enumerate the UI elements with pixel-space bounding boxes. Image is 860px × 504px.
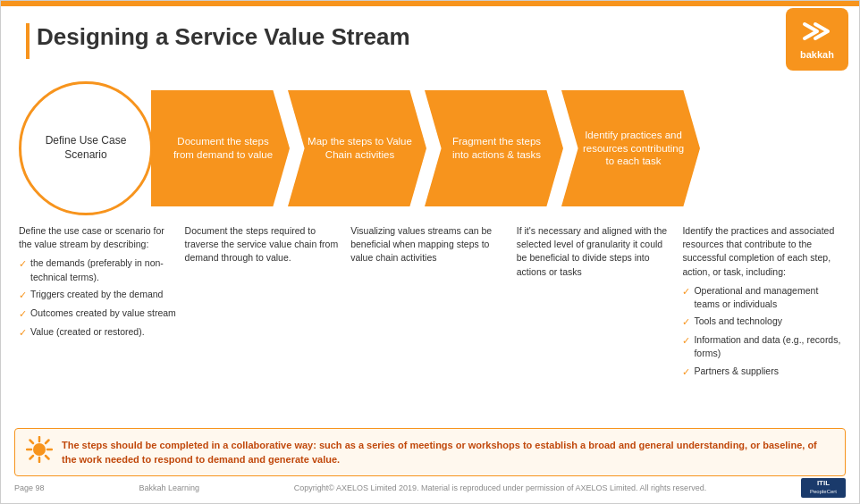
check-icon-1: ✓ [19,257,27,272]
desc-5-bullet-4: ✓ Partners & suppliers [682,365,841,380]
bakkah-logo: bakkah [786,8,848,71]
footer-center: Bakkah Learning [139,483,199,492]
desc-1-bullet-2: ✓ Triggers created by the demand [19,288,178,303]
check-icon-2: ✓ [19,289,27,303]
slide: Designing a Service Value Stream bakkah … [0,0,860,504]
desc-1-bullet-3: ✓ Outcomes created by value stream [19,307,178,322]
desc-col-1: Define the use case or scenario for the … [19,224,178,383]
step-1-shape: Define Use Case Scenario [19,81,153,215]
step-1-label: Define Use Case Scenario [21,127,150,169]
desc-5-intro: Identify the practices and associated re… [682,224,841,279]
check-icon-5c: ✓ [682,334,690,349]
step-5-label: Identify practices and resources contrib… [561,124,700,173]
steps-section: Define Use Case Scenario Document the st… [19,72,841,224]
check-icon-5b: ✓ [682,315,690,330]
desc-col-3: Visualizing values streams can be benefi… [350,224,510,383]
step-5-shape: Identify practices and resources contrib… [561,90,700,206]
desc-2-intro: Document the steps required to traverse … [185,224,344,265]
svg-line-7 [30,456,34,459]
step-4-shape: Fragment the steps into actions & tasks [425,90,563,206]
step-3-label: Map the steps to Value Chain activities [288,130,426,166]
bottom-banner: The steps should be completed in a colla… [14,428,846,476]
footer-copyright: Copyright© AXELOS Limited 2019. Material… [294,483,706,492]
desc-col-5: Identify the practices and associated re… [682,224,841,383]
check-icon-5d: ✓ [682,365,690,380]
desc-5-bullet-3: ✓ Information and data (e.g., records, f… [682,333,841,360]
desc-1-bullet-1: ✓ the demands (preferably in non-technic… [19,256,178,283]
desc-col-2: Document the steps required to traverse … [185,224,344,383]
svg-line-8 [46,441,49,444]
footer: Page 98 Bakkah Learning Copyright© AXELO… [1,478,859,498]
desc-5-bullet-1: ✓ Operational and management teams or in… [682,284,841,311]
desc-3-intro: Visualizing values streams can be benefi… [350,224,510,265]
svg-line-5 [30,441,34,444]
top-accent-bar [1,1,859,6]
itil-logo: ITILPeopleCert [801,478,846,498]
sun-icon [26,436,53,468]
desc-col-4: If it's necessary and aligned with the s… [517,224,676,383]
bakkah-logo-text: bakkah [800,49,834,60]
step-2-shape: Document the steps from demand to value [151,90,290,206]
desc-5-bullet-2: ✓ Tools and technology [682,315,841,330]
slide-title: Designing a Service Value Stream [37,23,410,51]
svg-point-0 [33,443,46,456]
banner-text: The steps should be completed in a colla… [62,438,834,467]
left-accent-bar [26,23,30,59]
step-3-shape: Map the steps to Value Chain activities [288,90,426,206]
step-4-label: Fragment the steps into actions & tasks [425,130,563,166]
svg-line-6 [46,456,49,459]
check-icon-4: ✓ [19,326,27,340]
check-icon-5a: ✓ [682,285,690,299]
page-number: Page 98 [14,483,45,492]
step-2-label: Document the steps from demand to value [151,130,290,166]
desc-1-bullet-4: ✓ Value (created or restored). [19,325,178,340]
descriptions-section: Define the use case or scenario for the … [19,224,841,383]
check-icon-3: ✓ [19,307,27,322]
desc-4-intro: If it's necessary and aligned with the s… [517,224,676,279]
bakkah-logo-icon [801,19,833,49]
desc-1-intro: Define the use case or scenario for the … [19,224,178,251]
